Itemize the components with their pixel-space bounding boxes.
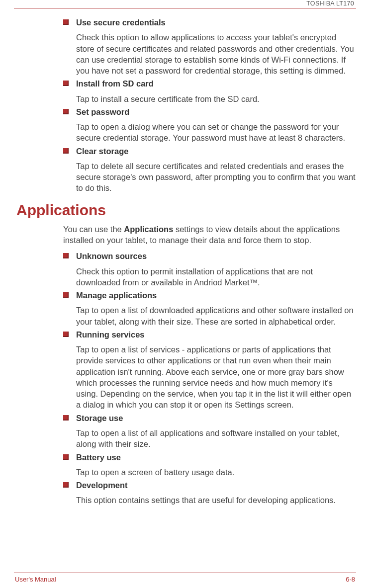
intro-text-bold: Applications bbox=[124, 225, 173, 234]
list-item: Install from SD card Tap to install a se… bbox=[16, 78, 356, 104]
list-item: Running services Tap to open a list of s… bbox=[16, 329, 356, 411]
section-heading-applications: Applications bbox=[16, 202, 356, 219]
item-title: Set password bbox=[76, 106, 356, 117]
item-title: Use secure credentials bbox=[76, 17, 356, 28]
bullet-icon bbox=[63, 292, 69, 298]
list-item: Clear storage Tap to delete all secure c… bbox=[16, 146, 356, 194]
footer-page-number: 6-8 bbox=[346, 576, 355, 583]
list-item: Battery use Tap to open a screen of batt… bbox=[16, 452, 356, 478]
list-item: Manage applications Tap to open a list o… bbox=[16, 290, 356, 327]
bottom-rule bbox=[14, 573, 356, 573]
page-content: Use secure credentials Check this option… bbox=[16, 17, 356, 508]
bullet-icon bbox=[63, 332, 69, 337]
item-body: This option contains settings that are u… bbox=[76, 495, 356, 505]
bullet-icon bbox=[63, 148, 69, 154]
item-body: Check this option to allow applications … bbox=[76, 32, 356, 76]
item-title: Development bbox=[76, 480, 356, 491]
bullet-icon bbox=[63, 109, 69, 114]
section-intro: You can use the Applications settings to… bbox=[63, 224, 356, 246]
list-item: Storage use Tap to open a list of all ap… bbox=[16, 413, 356, 450]
item-title: Running services bbox=[76, 329, 356, 340]
item-title: Manage applications bbox=[76, 290, 356, 301]
bullet-icon bbox=[63, 253, 69, 258]
top-rule bbox=[14, 8, 356, 8]
item-body: Tap to delete all secure certificates an… bbox=[76, 161, 356, 194]
bullet-icon bbox=[63, 81, 69, 86]
intro-text-pre: You can use the bbox=[63, 225, 124, 234]
footer-left: User's Manual bbox=[15, 576, 56, 583]
item-title: Unknown sources bbox=[76, 251, 356, 261]
bullet-icon bbox=[63, 19, 69, 25]
header-model: TOSHIBA LT170 bbox=[306, 0, 354, 7]
item-body: Tap to install a secure certificate from… bbox=[76, 93, 356, 104]
list-item: Development This option contains setting… bbox=[16, 480, 356, 506]
item-title: Clear storage bbox=[76, 146, 356, 157]
item-body: Tap to open a dialog where you can set o… bbox=[76, 121, 356, 144]
item-title: Battery use bbox=[76, 452, 356, 463]
item-body: Tap to open a list of all applications a… bbox=[76, 427, 356, 450]
item-body: Tap to open a screen of battery usage da… bbox=[76, 467, 356, 478]
item-body: Tap to open a list of downloaded applica… bbox=[76, 305, 356, 327]
item-body: Tap to open a list of services - applica… bbox=[76, 344, 356, 411]
bullet-icon bbox=[63, 415, 69, 420]
bullet-icon bbox=[63, 454, 69, 460]
item-body: Check this option to permit installation… bbox=[76, 266, 356, 288]
list-item: Set password Tap to open a dialog where … bbox=[16, 106, 356, 144]
item-title: Install from SD card bbox=[76, 78, 356, 89]
list-item: Use secure credentials Check this option… bbox=[16, 17, 356, 76]
list-item: Unknown sources Check this option to per… bbox=[16, 251, 356, 288]
bullet-icon bbox=[63, 482, 69, 488]
item-title: Storage use bbox=[76, 413, 356, 423]
